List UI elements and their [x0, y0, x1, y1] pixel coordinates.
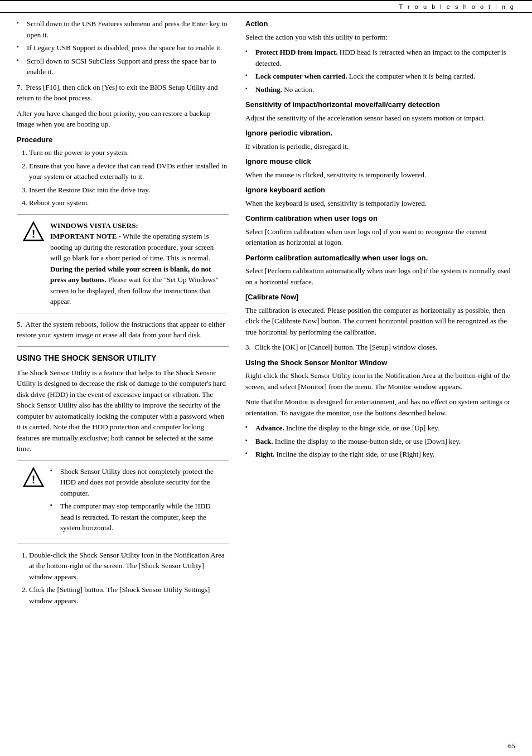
- monitor-note: Note that the Monitor is designed for en…: [245, 396, 515, 418]
- header-title: T r o u b l e s h o o t i n g: [399, 3, 515, 10]
- perform-calibration-body: Select [Perform calibration automaticall…: [245, 265, 515, 287]
- warning-vista-title: WINDOWS VISTA USERS:: [50, 221, 138, 230]
- warning-shock-list: Shock Sensor Utility does not completely…: [50, 466, 223, 534]
- left-column: Scroll down to the USB Features submenu …: [17, 18, 229, 736]
- list-item: Back. Incline the display to the mouse-b…: [245, 436, 515, 447]
- ignore-mouse-body: When the mouse is clicked, sensitivity i…: [245, 169, 515, 181]
- monitor-item-0-text: Incline the display to the hinge side, o…: [284, 424, 439, 432]
- list-item: Right. Incline the display to the right …: [245, 449, 515, 460]
- list-item: Reboot your system.: [29, 197, 229, 209]
- action-item-1-bold: Lock computer when carried.: [255, 72, 347, 80]
- right-column: Action Select the action you wish this u…: [245, 18, 515, 736]
- list-item: Insert the Restore Disc into the drive t…: [29, 185, 229, 196]
- action-item-2-text: No action.: [282, 85, 314, 94]
- step5-text: 5. After the system reboots, follow the …: [17, 319, 229, 341]
- list-item: Shock Sensor Utility does not completely…: [50, 466, 223, 499]
- warning-shock-box: ! Shock Sensor Utility does not complete…: [17, 460, 229, 544]
- page: T r o u b l e s h o o t i n g Scroll dow…: [0, 0, 532, 756]
- warning-vista-content: WINDOWS VISTA USERS: IMPORTANT NOTE - Wh…: [50, 220, 223, 307]
- monitor-heading: Using the Shock Sensor Monitor Window: [245, 357, 515, 369]
- shock-sensor-body: The Shock Sensor Utility is a feature th…: [17, 367, 229, 454]
- monitor-body: Right-click the Shock Sensor Utility ico…: [245, 370, 515, 392]
- monitor-item-1-bold: Back.: [255, 437, 273, 445]
- shock-sensor-heading: USING THE SHOCK SENSOR UTILITY: [17, 352, 229, 364]
- monitor-item-1-text: Incline the display to the mouse-button …: [273, 437, 461, 445]
- svg-text:!: !: [32, 227, 36, 240]
- content-columns: Scroll down to the USB Features submenu …: [0, 18, 532, 736]
- page-number: 65: [508, 742, 515, 750]
- calibrate-now-body: The calibration is executed. Please posi…: [245, 305, 515, 338]
- action-heading: Action: [245, 18, 515, 30]
- procedure-heading: Procedure: [17, 134, 229, 146]
- list-item: Advance. Incline the display to the hing…: [245, 423, 515, 434]
- sensitivity-body: Adjust the sensitivity of the accelerati…: [245, 113, 515, 124]
- step7-text: 7. Press [F10], then click on [Yes] to e…: [17, 82, 229, 104]
- list-item: Ensure that you have a device that can r…: [29, 161, 229, 182]
- section-divider: [17, 346, 229, 347]
- list-item: Scroll down to SCSI SubClass Support and…: [17, 56, 229, 77]
- intro-list: Scroll down to the USB Features submenu …: [17, 18, 229, 77]
- header-bar: T r o u b l e s h o o t i n g: [0, 0, 532, 13]
- ignore-keyboard-body: When the keyboard is used, sensitivity i…: [245, 198, 515, 209]
- list-item: Turn on the power to your system.: [29, 147, 229, 158]
- shock-steps-list: Double-click the Shock Sensor Utility ic…: [17, 550, 229, 607]
- ignore-keyboard-heading: Ignore keyboard action: [245, 185, 515, 196]
- ignore-mouse-heading: Ignore mouse click: [245, 156, 515, 167]
- action-item-0-bold: Protect HDD from impact.: [255, 48, 338, 56]
- svg-text:!: !: [32, 473, 36, 486]
- ignore-vibration-heading: Ignore periodic vibration.: [245, 128, 515, 139]
- action-item-1-text: Lock the computer when it is being carri…: [347, 72, 475, 80]
- after-text: After you have changed the boot priority…: [17, 108, 229, 130]
- warning-shock-content: Shock Sensor Utility does not completely…: [50, 466, 223, 538]
- monitor-item-2-text: Incline the display to the right side, o…: [274, 450, 434, 458]
- list-item: Lock computer when carried. Lock the com…: [245, 71, 515, 82]
- warning-vista-box: ! WINDOWS VISTA USERS: IMPORTANT NOTE - …: [17, 214, 229, 313]
- warning-icon: !: [22, 220, 45, 243]
- step3-text: 3. Click the [OK] or [Cancel] button. Th…: [245, 342, 515, 353]
- action-intro: Select the action you wish this utility …: [245, 32, 515, 43]
- procedure-list: Turn on the power to your system. Ensure…: [17, 147, 229, 209]
- sensitivity-heading: Sensitivity of impact/horizontal move/fa…: [245, 99, 515, 110]
- list-item: If Legacy USB Support is disabled, press…: [17, 42, 229, 54]
- confirm-calibration-body: Select [Confirm calibration when user lo…: [245, 226, 515, 248]
- list-item: The computer may stop temporarily while …: [50, 501, 223, 534]
- warning-shock-icon: !: [22, 466, 45, 488]
- list-item: Scroll down to the USB Features submenu …: [17, 18, 229, 40]
- ignore-vibration-body: If vibration is periodic, disregard it.: [245, 141, 515, 152]
- perform-calibration-heading: Perform calibration automatically when u…: [245, 253, 515, 264]
- list-item: Double-click the Shock Sensor Utility ic…: [29, 550, 229, 583]
- confirm-calibration-heading: Confirm calibration when user logs on: [245, 213, 515, 224]
- page-footer: 65: [0, 736, 532, 756]
- calibrate-now-heading: [Calibrate Now]: [245, 292, 515, 303]
- list-item: Click the [Setting] button. The [Shock S…: [29, 584, 229, 606]
- action-list: Protect HDD from impact. HDD head is ret…: [245, 47, 515, 95]
- warning-vista-important-label: IMPORTANT NOTE -: [50, 232, 121, 240]
- list-item: Protect HDD from impact. HDD head is ret…: [245, 47, 515, 69]
- action-item-2-bold: Nothing.: [255, 85, 282, 94]
- monitor-list: Advance. Incline the display to the hing…: [245, 423, 515, 460]
- monitor-item-2-bold: Right.: [255, 450, 274, 458]
- monitor-item-0-bold: Advance.: [255, 424, 284, 432]
- list-item: Nothing. No action.: [245, 84, 515, 95]
